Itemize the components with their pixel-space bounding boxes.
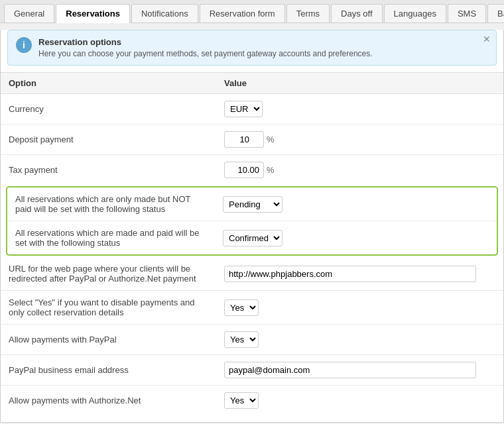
close-button[interactable]: ✕	[483, 34, 491, 44]
disable-payments-select[interactable]: Yes No	[224, 299, 259, 316]
row-value-paid: Pending Confirmed Cancelled	[215, 221, 497, 255]
row-label-paypal-email: PayPal business email address	[1, 355, 216, 386]
options-table: Option Value Currency EUR USD GBP	[1, 72, 503, 185]
table-row: Select "Yes" if you want to disable paym…	[1, 291, 503, 325]
highlighted-table: All reservations which are only made but…	[7, 187, 497, 254]
row-value-paypal-email	[216, 355, 503, 386]
table-row: URL for the web page where your clients …	[1, 257, 503, 291]
row-label-tax: Tax payment	[1, 155, 216, 186]
tab-days-off[interactable]: Days off	[331, 4, 382, 23]
tab-languages[interactable]: Languages	[384, 4, 446, 23]
row-label-deposit: Deposit payment	[1, 125, 216, 155]
redirect-url-input[interactable]	[224, 266, 476, 282]
content-area: i Reservation options Here you can choos…	[0, 30, 504, 423]
tax-input-group: %	[224, 162, 495, 178]
row-value-disable-payments: Yes No	[216, 291, 503, 325]
paid-status-select[interactable]: Pending Confirmed Cancelled	[223, 230, 283, 246]
row-value-authorize: Yes No	[216, 386, 503, 416]
options-table-wrapper: Option Value Currency EUR USD GBP	[1, 72, 503, 422]
table-row: All reservations which are only made but…	[7, 187, 497, 221]
tab-backup[interactable]: Backup	[487, 4, 504, 23]
tab-general[interactable]: General	[4, 4, 54, 23]
deposit-unit: %	[267, 134, 275, 144]
column-header-value: Value	[216, 73, 503, 94]
row-value-url	[216, 257, 503, 291]
info-description: Here you can choose your payment methods…	[38, 49, 373, 58]
row-label-paypal: Allow payments with PayPal	[1, 325, 216, 355]
table-row: PayPal business email address	[1, 355, 503, 386]
paypal-select[interactable]: Yes No	[224, 331, 259, 348]
row-label-authorize: Allow payments with Authorize.Net	[1, 386, 216, 416]
row-label-disable-payments: Select "Yes" if you want to disable paym…	[1, 291, 216, 325]
row-value-paypal: Yes No	[216, 325, 503, 355]
tax-unit: %	[267, 165, 275, 175]
row-value-currency: EUR USD GBP	[216, 94, 503, 125]
table-row: Tax payment %	[1, 155, 503, 186]
tab-bar: General Reservations Notifications Reser…	[0, 0, 504, 23]
table-row: Currency EUR USD GBP	[1, 94, 503, 125]
table-row: Deposit payment %	[1, 125, 503, 155]
table-row: Allow payments with Authorize.Net Yes No	[1, 386, 503, 416]
row-label-paid: All reservations which are made and paid…	[7, 221, 215, 255]
row-label-currency: Currency	[1, 94, 216, 125]
column-header-option: Option	[1, 73, 216, 94]
authorize-select[interactable]: Yes No	[224, 392, 259, 409]
highlighted-section: All reservations which are only made but…	[6, 186, 498, 256]
tab-terms[interactable]: Terms	[286, 4, 330, 23]
info-box: i Reservation options Here you can choos…	[7, 30, 497, 66]
deposit-input-group: %	[224, 131, 495, 148]
info-icon: i	[16, 37, 32, 53]
table-row: Allow payments with PayPal Yes No	[1, 325, 503, 355]
deposit-input[interactable]	[224, 131, 264, 148]
not-paid-status-select[interactable]: Pending Confirmed Cancelled	[223, 196, 283, 213]
table-header-row: Option Value	[1, 73, 503, 94]
paypal-email-input[interactable]	[224, 362, 476, 378]
info-title: Reservation options	[38, 37, 373, 47]
tab-reservation-form[interactable]: Reservation form	[200, 4, 285, 23]
bottom-options-table: URL for the web page where your clients …	[1, 257, 503, 415]
row-value-tax: %	[216, 155, 503, 186]
currency-select[interactable]: EUR USD GBP	[224, 101, 263, 117]
tax-input[interactable]	[224, 162, 264, 178]
tab-sms[interactable]: SMS	[448, 4, 486, 23]
info-text: Reservation options Here you can choose …	[38, 37, 373, 58]
row-value-not-paid: Pending Confirmed Cancelled	[215, 187, 497, 221]
row-label-not-paid: All reservations which are only made but…	[7, 187, 215, 221]
row-value-deposit: %	[216, 125, 503, 155]
tab-reservations[interactable]: Reservations	[56, 4, 130, 23]
table-row: All reservations which are made and paid…	[7, 221, 497, 255]
row-label-url: URL for the web page where your clients …	[1, 257, 216, 291]
tab-notifications[interactable]: Notifications	[131, 4, 198, 23]
